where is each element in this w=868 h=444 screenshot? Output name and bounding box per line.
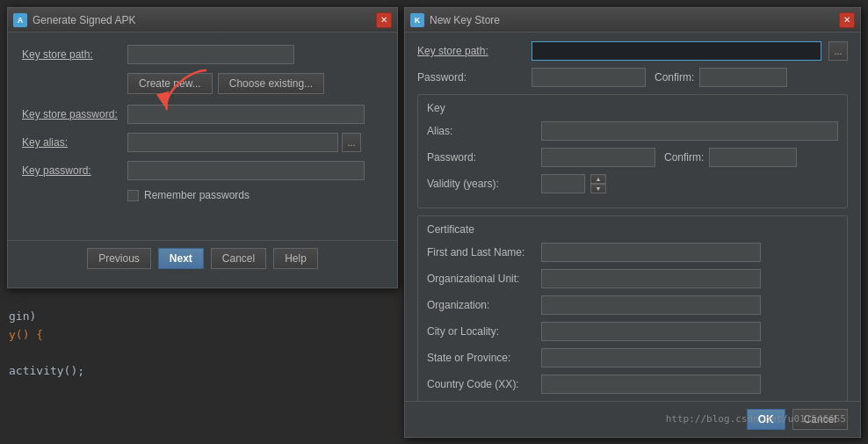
nks-key-confirm-group: Confirm:: [664, 148, 797, 167]
nks-key-confirm-label: Confirm:: [664, 151, 704, 164]
cert-country-label: Country Code (XX):: [427, 378, 541, 390]
new-key-store-dialog: K New Key Store ✕ Key store path: ... Pa…: [404, 7, 861, 438]
nks-alias-input[interactable]: [541, 121, 838, 141]
nks-password-row: Password: Confirm:: [417, 68, 848, 87]
nks-path-row: Key store path: ...: [417, 41, 848, 61]
key-store-password-input[interactable]: [127, 105, 365, 124]
create-new-button[interactable]: Create new...: [127, 73, 213, 94]
nks-confirm-label: Confirm:: [655, 71, 694, 84]
key-password-input[interactable]: [127, 161, 365, 180]
nks-title-left: K New Key Store: [410, 13, 500, 27]
nks-password-confirm-input[interactable]: [699, 68, 787, 87]
nks-path-label: Key store path:: [417, 45, 532, 57]
next-button[interactable]: Next: [158, 248, 204, 269]
nks-dialog-titlebar: K New Key Store ✕: [405, 8, 860, 33]
apk-dialog-icon: A: [13, 13, 27, 27]
key-password-row: Key password:: [22, 161, 383, 180]
cert-state-input[interactable]: [541, 348, 761, 368]
nks-alias-row: Alias:: [427, 121, 838, 141]
nks-key-password-label: Password:: [427, 151, 541, 164]
remember-passwords-row: Remember passwords: [127, 189, 383, 201]
nks-browse-icon: ...: [834, 46, 842, 56]
generate-signed-apk-dialog: A Generate Signed APK ✕ Key store path: …: [7, 7, 398, 288]
key-section: Key Alias: Password: Confirm: Validity (…: [417, 94, 848, 208]
nks-alias-label: Alias:: [427, 125, 541, 137]
nks-validity-group: 25 ▲ ▼: [541, 174, 606, 193]
alias-input-group: ...: [127, 133, 361, 152]
nks-path-input[interactable]: [532, 41, 821, 61]
nks-password-input[interactable]: [532, 68, 646, 87]
nks-password-label: Password:: [417, 71, 532, 84]
remember-passwords-label: Remember passwords: [144, 189, 250, 201]
cert-city-row: City or Locality:: [427, 322, 838, 341]
nks-dialog-content: Key store path: ... Password: Confirm: K…: [405, 33, 860, 418]
cancel-button[interactable]: Cancel: [211, 248, 266, 269]
apk-bottom-buttons: Previous Next Cancel Help: [8, 240, 397, 276]
cert-first-last-label: First and Last Name:: [427, 246, 541, 258]
apk-dialog-title: Generate Signed APK: [33, 14, 135, 26]
nks-browse-button[interactable]: ...: [828, 41, 848, 61]
nks-dialog-icon: K: [410, 13, 424, 27]
cert-org-row: Organization:: [427, 295, 838, 315]
key-password-label: Key password:: [22, 164, 127, 177]
nks-validity-increment[interactable]: ▲: [590, 174, 606, 184]
nks-key-confirm-input[interactable]: [709, 148, 797, 167]
cert-state-row: State or Province:: [427, 348, 838, 368]
cert-city-input[interactable]: [541, 322, 761, 341]
apk-close-icon: ✕: [380, 15, 387, 25]
certificate-section: Certificate First and Last Name: Organiz…: [417, 215, 848, 409]
browse-icon: ...: [347, 137, 355, 148]
key-alias-input[interactable]: [127, 133, 338, 152]
apk-dialog-content: Key store path: Create new... Choose exi…: [8, 33, 397, 231]
nks-path-input-group: ...: [532, 41, 848, 61]
key-section-title: Key: [427, 102, 838, 114]
code-text-2: y() {: [9, 328, 43, 341]
nks-close-button[interactable]: ✕: [839, 12, 855, 28]
code-text-1: gin): [9, 309, 36, 323]
help-button[interactable]: Help: [273, 248, 318, 269]
cert-first-last-input[interactable]: [541, 243, 761, 262]
key-alias-row: Key alias: ...: [22, 133, 383, 152]
cert-state-label: State or Province:: [427, 352, 541, 364]
key-alias-browse-button[interactable]: ...: [342, 133, 361, 152]
cert-org-input[interactable]: [541, 295, 761, 315]
code-text-4: activity();: [9, 364, 84, 377]
cert-country-input[interactable]: [541, 375, 761, 394]
remember-passwords-checkbox[interactable]: [127, 190, 139, 201]
apk-title-left: A Generate Signed APK: [13, 13, 135, 27]
key-store-password-label: Key store password:: [22, 108, 127, 120]
certificate-title: Certificate: [427, 223, 838, 236]
nks-key-password-input[interactable]: [541, 148, 655, 167]
nks-validity-decrement[interactable]: ▼: [590, 184, 606, 193]
nks-key-password-row: Password: Confirm:: [427, 148, 838, 167]
cert-org-label: Organization:: [427, 299, 541, 311]
key-store-password-row: Key store password:: [22, 105, 383, 124]
nks-password-confirm-group: Confirm:: [655, 68, 787, 87]
watermark-text: http://blog.csdn.net/u011546655: [666, 413, 846, 425]
nks-validity-input[interactable]: 25: [541, 174, 585, 193]
nks-validity-spinner: ▲ ▼: [590, 174, 606, 193]
keystore-action-buttons: Create new... Choose existing...: [127, 73, 383, 94]
cert-org-unit-row: Organizational Unit:: [427, 269, 838, 288]
cert-org-unit-label: Organizational Unit:: [427, 273, 541, 285]
cert-country-row: Country Code (XX):: [427, 375, 838, 394]
nks-validity-row: Validity (years): 25 ▲ ▼: [427, 174, 838, 193]
key-alias-label: Key alias:: [22, 136, 127, 149]
nks-validity-label: Validity (years):: [427, 178, 541, 190]
apk-dialog-titlebar: A Generate Signed APK ✕: [8, 8, 397, 33]
apk-close-button[interactable]: ✕: [376, 12, 392, 28]
key-store-path-input[interactable]: [127, 45, 294, 64]
key-store-path-row: Key store path:: [22, 45, 383, 64]
cert-city-label: City or Locality:: [427, 325, 541, 338]
cert-org-unit-input[interactable]: [541, 269, 761, 288]
key-store-path-label: Key store path:: [22, 48, 127, 61]
nks-dialog-title: New Key Store: [430, 14, 500, 26]
previous-button[interactable]: Previous: [87, 248, 151, 269]
nks-close-icon: ✕: [843, 15, 850, 25]
cert-first-last-row: First and Last Name:: [427, 243, 838, 262]
choose-existing-button[interactable]: Choose existing...: [218, 73, 324, 94]
